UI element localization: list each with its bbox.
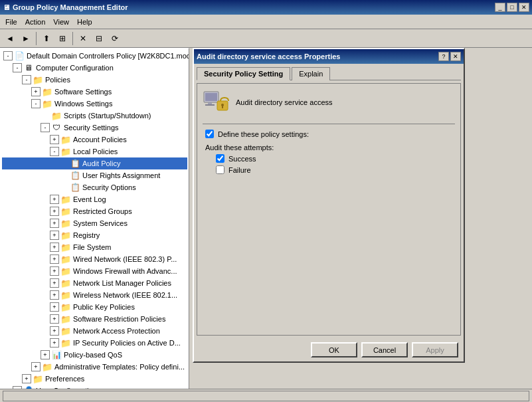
icon-registry: 📁: [60, 230, 71, 241]
refresh-button[interactable]: ⟳: [108, 31, 122, 46]
right-panel: Audit directory service access Propertie…: [189, 48, 532, 389]
tree-item-computer[interactable]: - 🖥 Computer Configuration: [2, 62, 187, 74]
label-secoptions: Security Options: [82, 183, 136, 191]
tree-item-eventlog[interactable]: + 📁 Event Log: [2, 193, 187, 205]
tree-item-wireless[interactable]: + 📁 Wireless Network (IEEE 802.1...: [2, 289, 187, 301]
minimize-button[interactable]: _: [495, 3, 505, 12]
define-label[interactable]: Define these policy settings:: [218, 130, 309, 138]
label-pubkey: Public Key Policies: [73, 303, 135, 311]
success-label[interactable]: Success: [228, 155, 256, 163]
close-button[interactable]: ✕: [519, 3, 529, 12]
tree-item-policyqos[interactable]: + 📊 Policy-based QoS: [2, 349, 187, 361]
expander-security[interactable]: -: [41, 123, 50, 132]
forward-button[interactable]: ►: [19, 31, 33, 46]
tree-item-restricted[interactable]: + 📁 Restricted Groups: [2, 205, 187, 217]
delete-button[interactable]: ✕: [76, 31, 90, 46]
tree-item-sysservices[interactable]: + 📁 System Services: [2, 217, 187, 229]
dialog-overlay: Audit directory service access Propertie…: [189, 48, 532, 389]
tree-panel[interactable]: - 📄 Default Domain Controllers Policy [W…: [0, 48, 189, 389]
tree-item-scripts[interactable]: 📁 Scripts (Startup/Shutdown): [2, 110, 187, 122]
expander-netlist[interactable]: +: [50, 278, 59, 288]
expander-software[interactable]: +: [31, 87, 41, 96]
expander-local[interactable]: -: [50, 147, 59, 156]
show-hide-button[interactable]: ⊞: [55, 31, 70, 46]
tree-item-netaccess[interactable]: + 📁 Network Access Protection: [2, 325, 187, 337]
label-admintemplates: Administrative Templates: Policy defini.…: [54, 363, 185, 371]
expander-eventlog[interactable]: +: [50, 195, 59, 204]
label-wired: Wired Network (IEEE 802.3) P...: [73, 255, 177, 263]
expander-root[interactable]: -: [3, 51, 13, 60]
tree-item-audit[interactable]: 📋 Audit Policy: [2, 157, 187, 169]
tree-item-filesystem[interactable]: + 📁 File System: [2, 241, 187, 253]
properties-button[interactable]: ⊟: [92, 31, 106, 46]
menu-help[interactable]: Help: [73, 17, 96, 27]
tree-item-windows[interactable]: - 📁 Windows Settings: [2, 98, 187, 110]
tree-item-wired[interactable]: + 📁 Wired Network (IEEE 802.3) P...: [2, 253, 187, 265]
define-checkbox[interactable]: [205, 130, 214, 138]
tree-item-ipsec[interactable]: + 📁 IP Security Policies on Active D...: [2, 337, 187, 349]
tab-security-policy[interactable]: Security Policy Setting: [197, 67, 290, 80]
tree-item-userrights[interactable]: 📋 User Rights Assignment: [2, 169, 187, 181]
expander-pubkey[interactable]: +: [50, 302, 59, 312]
icon-netaccess: 📁: [60, 326, 71, 336]
label-sysservices: System Services: [73, 219, 128, 227]
title-bar: 🖥 Group Policy Management Editor _ □ ✕: [0, 0, 532, 15]
icon-security: 🛡: [51, 122, 62, 133]
expander-policyqos[interactable]: +: [41, 350, 50, 359]
back-button[interactable]: ◄: [3, 31, 17, 46]
tree-item-netlist[interactable]: + 📁 Network List Manager Policies: [2, 277, 187, 289]
expander-wireless[interactable]: +: [50, 290, 59, 300]
tree-item-userconfig[interactable]: - 👤 User Configuration: [2, 385, 187, 389]
dialog-close-button[interactable]: ✕: [450, 52, 461, 61]
menu-file[interactable]: File: [1, 17, 21, 27]
tree-item-policies[interactable]: - 📁 Policies: [2, 74, 187, 86]
failure-label[interactable]: Failure: [228, 166, 251, 174]
cancel-button[interactable]: Cancel: [361, 342, 408, 357]
success-checkbox[interactable]: [216, 154, 224, 163]
label-audit: Audit Policy: [82, 159, 120, 167]
tree-item-security[interactable]: - 🛡 Security Settings: [2, 122, 187, 134]
expander-registry[interactable]: +: [50, 231, 59, 240]
expander-preferences[interactable]: +: [22, 374, 31, 383]
failure-checkbox[interactable]: [216, 165, 224, 174]
apply-button[interactable]: Apply: [412, 342, 458, 357]
expander-userconfig[interactable]: -: [13, 386, 22, 389]
tree-item-root[interactable]: - 📄 Default Domain Controllers Policy [W…: [2, 50, 187, 62]
expander-restricted[interactable]: +: [50, 207, 59, 216]
expander-admintemplates[interactable]: +: [31, 362, 41, 371]
tree-item-account[interactable]: + 📁 Account Policies: [2, 134, 187, 146]
tree-item-registry[interactable]: + 📁 Registry: [2, 229, 187, 241]
tree-item-secoptions[interactable]: 📋 Security Options: [2, 181, 187, 193]
icon-computer: 🖥: [23, 62, 34, 73]
tab-explain[interactable]: Explain: [292, 67, 330, 80]
up-button[interactable]: ⬆: [39, 31, 54, 46]
expander-firewall[interactable]: +: [50, 266, 59, 276]
tree-item-local[interactable]: - 📁 Local Policies: [2, 146, 187, 157]
maximize-button[interactable]: □: [507, 3, 517, 12]
expander-netaccess[interactable]: +: [50, 326, 59, 336]
tree-item-preferences[interactable]: + 📁 Preferences: [2, 373, 187, 385]
dialog-help-button[interactable]: ?: [438, 52, 449, 61]
tree-item-firewall[interactable]: + 📁 Windows Firewall with Advanc...: [2, 265, 187, 277]
expander-windows[interactable]: -: [31, 99, 41, 108]
icon-secoptions: 📋: [70, 182, 80, 193]
ok-button[interactable]: OK: [311, 342, 357, 357]
expander-policies[interactable]: -: [22, 75, 31, 84]
expander-account[interactable]: +: [50, 135, 59, 144]
icon-wired: 📁: [60, 254, 71, 264]
tree-item-admintemplates[interactable]: + 📁 Administrative Templates: Policy def…: [2, 361, 187, 373]
tree-item-softrestrict[interactable]: + 📁 Software Restriction Policies: [2, 313, 187, 325]
expander-wired[interactable]: +: [50, 254, 59, 264]
icon-sysservices: 📁: [60, 218, 71, 229]
menu-view[interactable]: View: [49, 17, 73, 27]
menu-action[interactable]: Action: [21, 17, 50, 27]
label-userconfig: User Configuration: [36, 387, 97, 389]
expander-filesystem[interactable]: +: [50, 243, 59, 252]
tree-item-software[interactable]: + 📁 Software Settings: [2, 86, 187, 98]
tree-item-pubkey[interactable]: + 📁 Public Key Policies: [2, 301, 187, 313]
expander-ipsec[interactable]: +: [50, 338, 59, 348]
expander-softrestrict[interactable]: +: [50, 314, 59, 324]
expander-sysservices[interactable]: +: [50, 219, 59, 228]
icon-wireless: 📁: [60, 290, 71, 300]
expander-computer[interactable]: -: [13, 63, 22, 72]
